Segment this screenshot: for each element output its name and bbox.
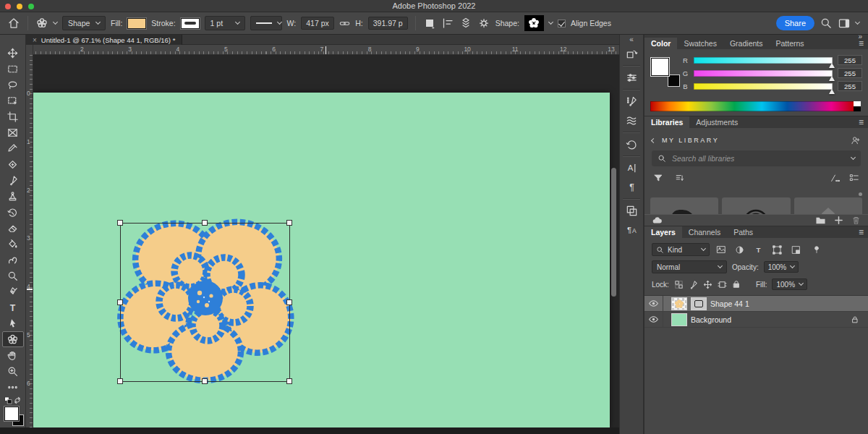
library-item[interactable]	[722, 197, 790, 214]
blue-slider[interactable]	[694, 83, 833, 90]
link-dimensions-icon[interactable]	[339, 18, 350, 29]
canvas[interactable]	[33, 93, 610, 427]
eye-icon[interactable]	[648, 315, 659, 323]
green-value-input[interactable]: 255	[838, 68, 862, 78]
tool-brush[interactable]	[2, 172, 24, 188]
vector-mask-thumbnail[interactable]	[691, 297, 707, 310]
lock-artboard-icon[interactable]	[718, 280, 727, 289]
color-fg-bg-widget[interactable]	[651, 58, 681, 88]
foreground-color-swatch[interactable]	[4, 407, 19, 421]
tool-paint-bucket[interactable]	[2, 236, 24, 252]
color-spectrum-bar[interactable]	[650, 101, 861, 111]
workspace-icon[interactable]	[838, 17, 851, 30]
tab-patterns[interactable]: Patterns	[769, 38, 810, 49]
tab-adjustments[interactable]: Adjustments	[689, 116, 744, 128]
tool-custom-shape[interactable]	[2, 331, 24, 347]
visibility-cell[interactable]	[644, 296, 663, 312]
lock-all-icon[interactable]	[732, 280, 741, 289]
dock-panel-clone-source[interactable]	[620, 44, 643, 63]
tool-eraser[interactable]	[2, 220, 24, 236]
layer-name[interactable]: Background	[691, 315, 731, 324]
vertical-scrollbar[interactable]	[611, 168, 616, 297]
swap-colors-icon[interactable]	[14, 396, 22, 404]
slider-thumb[interactable]	[829, 89, 835, 94]
visibility-cell[interactable]	[644, 312, 663, 328]
layer-thumbnail[interactable]	[671, 313, 687, 326]
tool-path-selection[interactable]	[2, 315, 24, 331]
tool-lasso[interactable]	[2, 77, 24, 93]
chevron-down-icon[interactable]	[851, 155, 856, 160]
filter-pixel-layers-button[interactable]	[713, 243, 728, 256]
tool-pen[interactable]	[2, 284, 24, 299]
eye-icon[interactable]	[648, 299, 659, 307]
tool-mode-dropdown[interactable]: Shape	[62, 16, 106, 30]
tool-move[interactable]	[2, 45, 24, 61]
filter-adjustment-layers-button[interactable]	[732, 243, 747, 256]
shape-tool-icon[interactable]	[35, 17, 48, 30]
chevron-down-icon[interactable]	[855, 20, 860, 25]
shape-preset-thumbnail[interactable]	[524, 15, 544, 31]
tool-dodge[interactable]	[2, 268, 24, 284]
library-search-input[interactable]: Search all libraries	[652, 150, 861, 166]
dock-panel-history[interactable]	[620, 135, 643, 153]
height-input[interactable]: 391.97 p	[368, 17, 408, 30]
tool-crop[interactable]	[2, 109, 24, 124]
lock-position-icon[interactable]	[703, 280, 712, 289]
spectrum-white-swatch[interactable]	[854, 101, 861, 106]
sort-icon[interactable]	[675, 173, 685, 183]
spectrum-black-swatch[interactable]	[854, 106, 861, 111]
stroke-type-dropdown[interactable]	[250, 16, 282, 30]
layer-row-shape[interactable]: Shape 44 1	[644, 296, 868, 312]
dock-panel-paragraph-styles[interactable]: ¶A	[620, 220, 643, 239]
align-edges-checkbox[interactable]	[558, 20, 566, 27]
slider-thumb[interactable]	[829, 76, 835, 81]
tool-object-selection[interactable]	[2, 93, 24, 109]
tab-libraries[interactable]: Libraries	[644, 116, 689, 128]
stroke-color-swatch[interactable]	[181, 18, 200, 29]
tool-edit-toolbar[interactable]	[2, 379, 24, 395]
red-slider[interactable]	[694, 57, 833, 64]
red-value-input[interactable]: 255	[838, 55, 862, 65]
tab-color[interactable]: Color	[644, 38, 677, 49]
panel-menu-icon[interactable]: ≡	[859, 227, 864, 237]
layer-thumbnail[interactable]	[671, 297, 687, 310]
dock-panel-properties[interactable]	[620, 68, 643, 87]
library-item[interactable]	[650, 197, 718, 214]
chevron-left-icon[interactable]	[651, 137, 656, 142]
foreground-background-swatches[interactable]	[4, 407, 26, 428]
tool-history-brush[interactable]	[2, 204, 24, 220]
lock-pixels-icon[interactable]	[689, 280, 698, 289]
pen-slash-icon[interactable]	[830, 173, 840, 183]
filter-smart-objects-button[interactable]	[788, 243, 804, 256]
dock-panel-paragraph[interactable]: ¶	[620, 177, 643, 196]
filter-shape-layers-button[interactable]	[770, 243, 785, 256]
close-tab-icon[interactable]: ×	[33, 36, 37, 44]
library-name[interactable]: MY LIBRARY	[662, 137, 719, 144]
layer-name[interactable]: Shape 44 1	[710, 299, 749, 308]
stroke-width-dropdown[interactable]: 1 pt	[205, 16, 245, 30]
tool-rectangular-marquee[interactable]	[2, 61, 24, 77]
fill-input[interactable]: 100%	[772, 278, 807, 290]
search-icon[interactable]	[820, 17, 833, 30]
layer-row-background[interactable]: Background	[644, 312, 868, 328]
tab-channels[interactable]: Channels	[682, 226, 727, 238]
path-arrangement-icon[interactable]	[459, 17, 472, 30]
tab-swatches[interactable]: Swatches	[677, 38, 723, 49]
list-view-icon[interactable]	[849, 173, 859, 183]
green-slider[interactable]	[694, 70, 833, 77]
document-tab[interactable]: × Untitled-1 @ 67.1% (Shape 44 1, RGB/16…	[26, 35, 182, 45]
home-icon[interactable]	[7, 17, 20, 30]
chevron-down-icon[interactable]	[548, 20, 553, 25]
chevron-down-icon[interactable]	[53, 20, 58, 25]
expand-panels-chevrons[interactable]: «	[620, 35, 643, 44]
dock-panel-character[interactable]: A	[620, 158, 643, 177]
dock-panel-brushes[interactable]	[620, 111, 643, 129]
path-alignment-icon[interactable]	[441, 17, 454, 30]
tool-smudge[interactable]	[2, 252, 24, 268]
cloud-sync-icon[interactable]	[652, 216, 663, 225]
invite-people-icon[interactable]	[850, 135, 861, 146]
tool-frame[interactable]	[2, 124, 24, 140]
default-colors-icon[interactable]	[4, 396, 12, 404]
filter-kind-dropdown[interactable]: Kind	[652, 243, 710, 256]
trash-icon[interactable]	[851, 216, 861, 225]
